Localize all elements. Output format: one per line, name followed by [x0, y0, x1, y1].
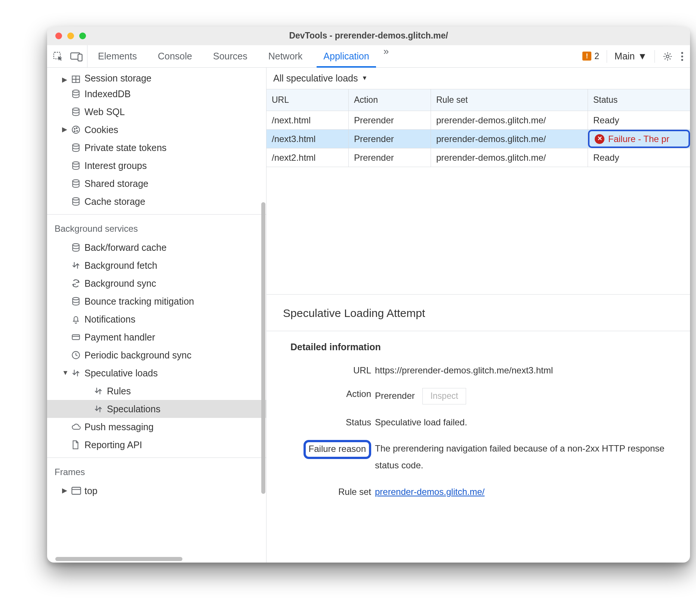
database-icon: [71, 296, 84, 306]
separator: [655, 50, 655, 63]
svg-point-17: [73, 180, 79, 182]
col-url[interactable]: URL: [267, 89, 349, 111]
tree-item-interest-groups[interactable]: Interest groups: [47, 157, 266, 175]
tree-item-background-fetch[interactable]: Background fetch: [47, 256, 266, 274]
filter-dropdown[interactable]: All speculative loads ▼: [267, 68, 690, 89]
target-selector[interactable]: Main ▼: [615, 50, 647, 62]
issues-count: 2: [594, 51, 599, 62]
tree-item-speculations[interactable]: Speculations: [47, 400, 266, 418]
tree-label: Cookies: [84, 124, 118, 136]
cookie-icon: [71, 125, 84, 135]
failure-reason-highlight: Failure reason: [304, 440, 371, 459]
tree-label: Back/forward cache: [84, 241, 167, 254]
value-status: Speculative load failed.: [375, 416, 679, 428]
detail-pane: Speculative Loading Attempt Detailed inf…: [267, 294, 690, 563]
device-toolbar-icon[interactable]: [70, 51, 83, 62]
tab-network[interactable]: Network: [258, 45, 313, 67]
window-title: DevTools - prerender-demos.glitch.me/: [47, 30, 690, 41]
table-row[interactable]: /next2.html Prerender prerender-demos.gl…: [267, 148, 690, 167]
database-icon: [71, 179, 84, 188]
cell-action: Prerender: [349, 130, 431, 148]
cloud-icon: [71, 422, 84, 432]
expand-icon: ▶: [62, 486, 71, 495]
settings-button[interactable]: [662, 51, 673, 62]
col-action[interactable]: Action: [349, 89, 431, 111]
swap-vert-icon: [93, 404, 107, 414]
tree-item-bfcache[interactable]: Back/forward cache: [47, 238, 266, 256]
value-ruleset-link[interactable]: prerender-demos.glitch.me/: [375, 486, 679, 498]
cell-ruleset: prerender-demos.glitch.me/: [431, 130, 588, 148]
value-url: https://prerender-demos.glitch.me/next3.…: [375, 364, 679, 376]
tree-item-top-frame[interactable]: ▶ top: [47, 482, 266, 500]
tree-item-notifications[interactable]: Notifications: [47, 310, 266, 328]
tree-item-background-sync[interactable]: Background sync: [47, 274, 266, 292]
tree-item-rules[interactable]: Rules: [47, 382, 266, 400]
credit-card-icon: [71, 332, 84, 342]
svg-rect-2: [78, 54, 82, 61]
target-label: Main: [615, 50, 635, 62]
tree-item-payment-handler[interactable]: Payment handler: [47, 328, 266, 346]
toolbar: Elements Console Sources Network Applica…: [47, 45, 690, 68]
bell-icon: [71, 314, 84, 324]
inspect-element-icon[interactable]: [52, 51, 64, 62]
database-icon: [71, 89, 84, 99]
tree-item-websql[interactable]: Web SQL: [47, 103, 266, 121]
col-ruleset[interactable]: Rule set: [431, 89, 588, 111]
tab-application[interactable]: Application: [313, 45, 379, 67]
tree-label: Notifications: [84, 313, 135, 326]
svg-point-5: [681, 55, 683, 57]
sidebar-scrollbar-vertical[interactable]: [261, 202, 265, 494]
value-action: Prerender Inspect: [375, 388, 679, 404]
grid-icon: [71, 74, 84, 84]
tree-label: Background fetch: [84, 259, 157, 272]
swap-vert-icon: [71, 261, 84, 270]
cell-status: Ready: [588, 148, 690, 167]
window-icon: [71, 486, 84, 495]
svg-point-4: [681, 52, 683, 54]
filter-label: All speculative loads: [273, 72, 358, 84]
titlebar: DevTools - prerender-demos.glitch.me/: [47, 27, 690, 45]
database-icon: [71, 107, 84, 117]
detail-grid: URL https://prerender-demos.glitch.me/ne…: [267, 361, 690, 498]
tree-item-push-messaging[interactable]: Push messaging: [47, 418, 266, 436]
tab-sources[interactable]: Sources: [203, 45, 258, 67]
tree-item-indexeddb[interactable]: IndexedDB: [47, 85, 266, 103]
inspect-button[interactable]: Inspect: [422, 388, 466, 404]
cell-action: Prerender: [349, 148, 431, 167]
more-tabs-button[interactable]: »: [380, 45, 392, 67]
cell-status: Ready: [588, 111, 690, 129]
table-row[interactable]: /next.html Prerender prerender-demos.gli…: [267, 111, 690, 130]
speculations-panel: All speculative loads ▼ URL Action Rule …: [267, 68, 690, 563]
tree-label: Private state tokens: [84, 142, 167, 154]
tree-item-periodic-sync[interactable]: Periodic background sync: [47, 346, 266, 364]
tab-elements[interactable]: Elements: [87, 45, 147, 67]
tree-item-cache-storage[interactable]: Cache storage: [47, 192, 266, 210]
tree-item-shared-storage[interactable]: Shared storage: [47, 175, 266, 192]
table-row[interactable]: /next3.html Prerender prerender-demos.gl…: [267, 130, 690, 148]
svg-point-13: [77, 130, 78, 132]
tree-label: Push messaging: [84, 421, 154, 433]
tree-item-reporting-api[interactable]: Reporting API: [47, 436, 266, 454]
chevron-down-icon: ▼: [362, 74, 368, 82]
tree-item-bounce-tracking[interactable]: Bounce tracking mitigation: [47, 292, 266, 310]
more-options-button[interactable]: [680, 51, 684, 62]
tree-label: Periodic background sync: [84, 349, 191, 361]
col-status[interactable]: Status: [588, 89, 690, 111]
tree-item-cookies[interactable]: ▶ Cookies: [47, 121, 266, 139]
tree-item-session-storage[interactable]: ▶ Session storage: [47, 68, 266, 85]
devtools-window: DevTools - prerender-demos.glitch.me/ El…: [47, 27, 690, 563]
cell-url: /next3.html: [267, 130, 349, 148]
tree-label: Shared storage: [84, 178, 148, 190]
tree-label: Bounce tracking mitigation: [84, 295, 194, 308]
table-header: URL Action Rule set Status: [267, 89, 690, 111]
clock-icon: [71, 350, 84, 360]
sidebar-scrollbar-horizontal[interactable]: [55, 557, 182, 561]
svg-point-19: [73, 244, 79, 246]
database-icon: [71, 143, 84, 153]
tree-item-private-state-tokens[interactable]: Private state tokens: [47, 139, 266, 157]
issues-button[interactable]: ! 2: [582, 51, 599, 62]
panel-tabs: Elements Console Sources Network Applica…: [87, 45, 392, 67]
svg-point-20: [73, 298, 79, 300]
tree-item-speculative-loads[interactable]: ▼ Speculative loads: [47, 364, 266, 382]
tab-console[interactable]: Console: [147, 45, 203, 67]
